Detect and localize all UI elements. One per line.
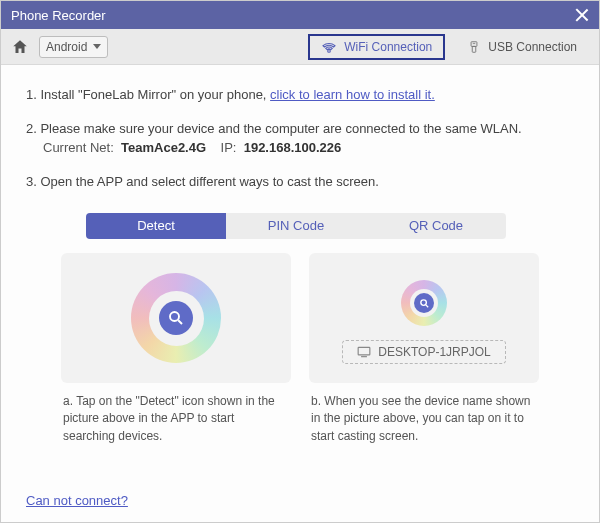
device-name-text: DESKTOP-1JRPJOL	[378, 345, 490, 359]
svg-point-6	[420, 299, 426, 305]
chevron-down-icon	[93, 44, 101, 49]
install-help-link[interactable]: click to learn how to install it.	[270, 87, 435, 102]
ip-label: IP:	[221, 140, 237, 155]
detect-visual	[61, 253, 291, 383]
cast-method-tabs: Detect PIN Code QR Code	[86, 213, 506, 239]
svg-rect-8	[358, 347, 370, 355]
svg-rect-2	[473, 42, 474, 43]
network-info: Current Net: TeamAce2.4G IP: 192.168.100…	[26, 138, 574, 158]
svg-line-7	[425, 304, 427, 306]
tab-qr-code[interactable]: QR Code	[366, 213, 506, 239]
close-icon[interactable]	[575, 8, 589, 22]
steps-list: 1. Install "FoneLab Mirror" on your phon…	[26, 85, 574, 205]
usb-icon	[467, 40, 481, 54]
platform-select[interactable]: Android	[39, 36, 108, 58]
home-icon[interactable]	[11, 38, 29, 56]
usb-label: USB Connection	[488, 40, 577, 54]
magnifier-small-icon	[414, 293, 434, 313]
step-1-text: 1. Install "FoneLab Mirror" on your phon…	[26, 87, 270, 102]
platform-label: Android	[46, 40, 87, 54]
tab-detect[interactable]: Detect	[86, 213, 226, 239]
cannot-connect-link[interactable]: Can not connect?	[26, 473, 128, 508]
wifi-label: WiFi Connection	[344, 40, 432, 54]
ip-value: 192.168.100.226	[244, 140, 342, 155]
caption-a: a. Tap on the "Detect" icon shown in the…	[61, 393, 291, 445]
titlebar: Phone Recorder	[1, 1, 599, 29]
device-name-box: DESKTOP-1JRPJOL	[342, 340, 505, 364]
device-visual: DESKTOP-1JRPJOL	[309, 253, 539, 383]
step-1: 1. Install "FoneLab Mirror" on your phon…	[26, 85, 574, 105]
tab-pin-code[interactable]: PIN Code	[226, 213, 366, 239]
step-3: 3. Open the APP and select different way…	[26, 172, 574, 192]
svg-rect-3	[475, 42, 476, 43]
net-value: TeamAce2.4G	[121, 140, 206, 155]
step-2: 2. Please make sure your device and the …	[26, 119, 574, 158]
wifi-connection-button[interactable]: WiFi Connection	[308, 34, 445, 60]
wifi-icon	[321, 40, 337, 54]
card-detect: a. Tap on the "Detect" icon shown in the…	[61, 253, 291, 445]
svg-rect-0	[471, 41, 477, 46]
detect-ring-small-icon	[401, 280, 447, 326]
caption-b: b. When you see the device name shown in…	[309, 393, 539, 445]
svg-rect-1	[473, 46, 477, 52]
usb-connection-button[interactable]: USB Connection	[455, 35, 589, 59]
magnifier-icon	[159, 301, 193, 335]
svg-line-5	[178, 320, 182, 324]
step-2-text: 2. Please make sure your device and the …	[26, 119, 574, 139]
svg-point-4	[170, 312, 179, 321]
content-area: 1. Install "FoneLab Mirror" on your phon…	[1, 65, 599, 522]
app-window: Phone Recorder Android WiFi Connection U…	[0, 0, 600, 523]
app-title: Phone Recorder	[11, 8, 106, 23]
net-label: Current Net:	[43, 140, 114, 155]
monitor-icon	[357, 346, 371, 358]
detect-ring-icon	[131, 273, 221, 363]
instruction-cards: a. Tap on the "Detect" icon shown in the…	[26, 253, 574, 445]
card-device: DESKTOP-1JRPJOL b. When you see the devi…	[309, 253, 539, 445]
toolbar: Android WiFi Connection USB Connection	[1, 29, 599, 65]
